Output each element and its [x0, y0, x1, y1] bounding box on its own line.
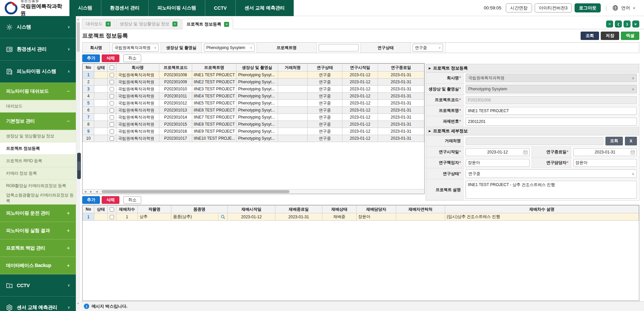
logout-button[interactable]: 로그아웃 [575, 3, 601, 12]
research-status-select[interactable]: 연구중 ∨ [466, 169, 637, 178]
prev-tab-icon[interactable]: ❮ [615, 20, 622, 28]
filter-chamber-select[interactable]: Phenotyping Sysytem ∨ [204, 44, 255, 52]
sidebar-group-database-backup[interactable]: 데이타베이스 Backup + [0, 257, 76, 274]
select-all-checkbox[interactable] [110, 207, 114, 212]
nav-item-sensor-replace[interactable]: 센서 교체 예측관리 [236, 0, 294, 16]
row-checkbox[interactable] [110, 87, 114, 91]
table-row[interactable]: 10 국립원예특작과학원 P202301017 lINE10 TEST PROJ… [83, 135, 424, 142]
table-row[interactable]: 1 1 상추 품종(상추) [83, 213, 639, 221]
sidebar-item-chlorophyll-camera-coords[interactable]: 엽록소형광촬영실 카메라좌표정보 등록 [0, 192, 76, 205]
sidebar-item-cctv[interactable]: CCTV ∨ [0, 274, 76, 297]
sidebar-group-project-backup[interactable]: 프로젝트 백업 관리 + [0, 239, 76, 257]
company-select[interactable]: 국립원예특작과학원 ∨ [466, 74, 637, 82]
scroll-up-icon[interactable]: ▲ [76, 17, 80, 21]
nav-item-system[interactable]: 시스템 [69, 0, 101, 16]
row-checkbox[interactable] [110, 115, 114, 120]
table-row[interactable]: 5 국립원예특작과학원 P202301012 lINE5 TEST PROJEC… [83, 100, 424, 107]
row-checkbox[interactable] [110, 136, 114, 141]
add-button[interactable]: 추가 [82, 196, 100, 204]
nav-item-phenotyping[interactable]: 피노타이핑 시스템 [149, 0, 205, 16]
delete-button[interactable]: 삭제 [102, 54, 119, 62]
sidebar-item-project-register[interactable]: 프로젝트 정보등록 [0, 142, 76, 155]
sidebar-item-project-rfid[interactable]: 프로젝트 RFID 등록 [0, 155, 76, 167]
scrollbar-thumb[interactable] [77, 22, 80, 52]
client-search-button[interactable]: 조회 [605, 137, 623, 145]
filter-project-input[interactable] [319, 44, 359, 51]
sidebar-item-sensor-replace[interactable]: 센서 교체 예측관리 ∨ [0, 297, 76, 311]
nav-item-env-sensor[interactable]: 환경센서 관리 [101, 0, 149, 16]
table-row[interactable]: 2 국립원예특작과학원 P202301009 lINE2 TEST PROJEC… [83, 79, 424, 86]
tab-close-icon[interactable]: ✕ [224, 22, 229, 27]
excel-button[interactable]: 엑셀 [621, 32, 639, 40]
cancel-button[interactable]: 취소 [123, 196, 141, 204]
row-checkbox[interactable] [110, 80, 114, 84]
scroll-left-icon[interactable]: ◀ [94, 189, 100, 194]
next-tab-icon[interactable]: ❯ [624, 20, 631, 28]
row-checkbox[interactable] [110, 73, 114, 77]
table-row[interactable]: 9 국립원예특작과학원 P202301016 lINE9 TEST PROJEC… [83, 128, 424, 135]
search-variety-icon[interactable] [218, 213, 227, 220]
cancel-button[interactable]: 취소 [123, 54, 141, 62]
project-name-input[interactable] [466, 107, 637, 115]
chevron-down-icon[interactable]: ∨ [633, 6, 635, 10]
panel-splitter-handle[interactable] [77, 153, 81, 179]
sidebar-item-env-sensor[interactable]: 환경센서 관리 ∨ [0, 38, 76, 60]
tab-close-icon[interactable]: ✕ [172, 21, 177, 27]
horizontal-scrollbar[interactable]: ◀ ▶ ◀ [83, 189, 424, 194]
scroll-right-icon[interactable]: ▶ [88, 189, 94, 194]
tab-dashboard[interactable]: 대쉬보드 ✕ [82, 19, 115, 29]
sidebar-item-system[interactable]: 시스템 ∨ [0, 16, 76, 38]
tab-close-icon[interactable]: ✕ [106, 21, 111, 27]
search-button[interactable]: 조회 [581, 32, 599, 40]
sidebar-item-rgb-camera-coords[interactable]: RGB촬영실 카메라좌표정보 등록 [0, 180, 76, 192]
close-all-tabs-icon[interactable]: ✕ [606, 20, 613, 28]
sidebar-group-operation[interactable]: 피노타이핑 운전 관리 + [0, 205, 76, 222]
end-date-input[interactable]: 2023-01-31 [573, 148, 637, 156]
leader-input[interactable] [466, 159, 530, 167]
row-checkbox[interactable] [110, 101, 114, 105]
globe-icon[interactable] [612, 5, 619, 11]
tab-project-register[interactable]: 프로젝트 정보등록 ✕ [182, 19, 233, 29]
language-label[interactable]: 언어 [621, 5, 630, 11]
sidebar-item-phenotyping[interactable]: 피노타이핑 시스템 ∧ [0, 60, 76, 83]
scroll-left-icon[interactable]: ◀ [83, 189, 88, 194]
row-checkbox[interactable] [110, 215, 114, 219]
sidebar-group-dashboard[interactable]: 피노타이핑 대쉬보드 − [0, 83, 76, 100]
table-row[interactable]: 6 국립원예특작과학원 P202301013 lINE6 TEST PROJEC… [83, 107, 424, 114]
extend-time-button[interactable]: 시간연장 [506, 3, 532, 12]
manager-input[interactable] [573, 159, 637, 167]
scroll-down-icon[interactable]: ▼ [76, 301, 80, 306]
table-row[interactable]: 7 국립원예특작과학원 P202301014 lINE7 TEST PROJEC… [83, 114, 424, 121]
sidebar-item-dashboard[interactable]: 대쉬보드 [0, 100, 76, 113]
task-number-input[interactable] [466, 118, 637, 126]
tab-chamber-info[interactable]: 생장상 및 영상촬영실 정보 ✕ [116, 19, 181, 29]
chamber-select[interactable]: Phenotyping Sysytem ∨ [466, 85, 637, 93]
add-button[interactable]: 추가 [82, 54, 100, 62]
select-all-checkbox[interactable] [110, 65, 114, 70]
project-description-textarea[interactable]: lINE1 TEST PROJECT - 상추 건조스트레스 진행 [466, 181, 637, 199]
sidebar-item-chamber-info[interactable]: 생장상 및 영상촬영실 정보 [0, 130, 76, 142]
table-row[interactable]: 1 국립원예특작과학원 P202301008 lINE1 TEST PROJEC… [83, 72, 424, 79]
row-checkbox[interactable] [110, 129, 114, 134]
sidebar-item-camera-info[interactable]: 카메라 정보 등록 [0, 167, 76, 180]
client-clear-button[interactable]: X [625, 137, 637, 145]
row-checkbox[interactable] [110, 122, 114, 127]
sidebar-group-basic-info[interactable]: 기본정보 관리 − [0, 113, 76, 130]
filter-status-select[interactable]: 연구중 ∨ [413, 44, 443, 52]
filter-company-select[interactable]: 국립원예특작과학원 ∨ [112, 44, 159, 52]
table-row[interactable]: 3 국립원예특작과학원 P202301010 lINE3 TEST PROJEC… [83, 86, 424, 93]
account-button[interactable]: 아이티컨버전3 [535, 3, 572, 12]
row-checkbox[interactable] [110, 108, 114, 113]
row-checkbox[interactable] [110, 94, 114, 98]
calendar-icon[interactable] [523, 150, 528, 156]
start-date-input[interactable]: 2023-01-12 [466, 148, 530, 156]
delete-button[interactable]: 삭제 [102, 196, 119, 204]
table-row[interactable]: 8 국립원예특작과학원 P202301015 lINE8 TEST PROJEC… [83, 121, 424, 128]
tab-list-icon[interactable]: » [632, 20, 639, 28]
nav-item-cctv[interactable]: CCTV [205, 0, 236, 16]
sidebar-group-experiment-results[interactable]: 피노타이핑 실험 결과 + [0, 222, 76, 239]
save-button[interactable]: 저장 [601, 32, 619, 40]
scrollbar-thumb[interactable] [102, 190, 289, 193]
table-row[interactable]: 4 국립원예특작과학원 P202301011 lINE4 TEST PROJEC… [83, 93, 424, 100]
calendar-icon[interactable] [631, 150, 635, 156]
